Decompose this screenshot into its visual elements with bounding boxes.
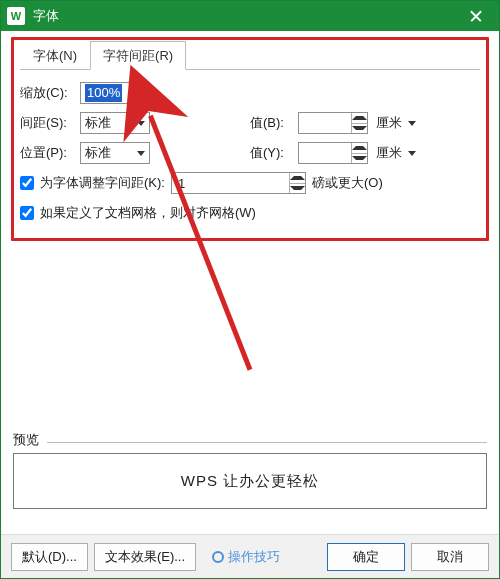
font-dialog: W 字体 字体(N) 字符间距(R) 缩放(C): 100% 间距(S): <box>0 0 500 579</box>
unit-y-value: 厘米 <box>372 144 404 162</box>
preview-group: 预览 WPS 让办公更轻松 <box>13 431 487 509</box>
spacing-value: 标准 <box>81 114 133 132</box>
label-snap: 如果定义了文档网格，则对齐网格(W) <box>40 204 256 222</box>
chevron-down-icon <box>408 151 416 156</box>
preview-divider <box>47 442 487 443</box>
value-y-spinner[interactable] <box>351 143 367 163</box>
chevron-up-icon <box>352 116 367 120</box>
titlebar: W 字体 <box>1 1 499 31</box>
kerning-up[interactable] <box>290 173 305 183</box>
spacing-dropdown-button[interactable] <box>133 113 149 133</box>
chevron-down-icon <box>137 151 145 156</box>
ok-button[interactable]: 确定 <box>327 543 405 571</box>
tab-spacing[interactable]: 字符间距(R) <box>90 41 186 70</box>
tabstrip: 字体(N) 字符间距(R) <box>20 42 480 70</box>
app-icon: W <box>7 7 25 25</box>
unit-y-combo[interactable]: 厘米 <box>372 142 420 164</box>
label-spacing: 间距(S): <box>20 114 80 132</box>
button-bar: 默认(D)... 文本效果(E)... 操作技巧 确定 取消 <box>1 534 499 578</box>
scale-dropdown-button[interactable] <box>133 83 149 103</box>
label-value-y: 值(Y): <box>250 144 298 162</box>
tab-font[interactable]: 字体(N) <box>20 41 90 70</box>
window-title: 字体 <box>33 7 59 25</box>
label-kerning-unit: 磅或更大(O) <box>312 174 383 192</box>
label-scale: 缩放(C): <box>20 84 80 102</box>
kerning-value: 1 <box>172 176 289 191</box>
value-y-up[interactable] <box>352 143 367 153</box>
chevron-down-icon <box>137 91 145 96</box>
chevron-down-icon <box>352 156 367 160</box>
close-icon <box>470 10 482 22</box>
text-effects-button[interactable]: 文本效果(E)... <box>94 543 196 571</box>
snap-checkbox[interactable] <box>20 206 34 220</box>
close-button[interactable] <box>453 1 499 31</box>
kerning-field[interactable]: 1 <box>171 172 306 194</box>
value-y-down[interactable] <box>352 153 367 164</box>
chevron-up-icon <box>352 146 367 150</box>
row-snap: 如果定义了文档网格，则对齐网格(W) <box>20 198 480 228</box>
chevron-down-icon <box>290 186 305 190</box>
position-dropdown-button[interactable] <box>133 143 149 163</box>
tips-link[interactable]: 操作技巧 <box>202 543 290 571</box>
default-button[interactable]: 默认(D)... <box>11 543 88 571</box>
label-position: 位置(P): <box>20 144 80 162</box>
value-y-field[interactable] <box>298 142 368 164</box>
chevron-down-icon <box>408 121 416 126</box>
preview-box: WPS 让办公更轻松 <box>13 453 487 509</box>
chevron-down-icon <box>352 126 367 130</box>
kerning-down[interactable] <box>290 183 305 194</box>
cancel-button[interactable]: 取消 <box>411 543 489 571</box>
scale-value: 100% <box>81 84 133 102</box>
preview-text: WPS 让办公更轻松 <box>181 472 319 491</box>
value-b-down[interactable] <box>352 123 367 134</box>
value-b-field[interactable] <box>298 112 368 134</box>
value-b-spinner[interactable] <box>351 113 367 133</box>
row-spacing: 间距(S): 标准 值(B): 厘米 <box>20 108 480 138</box>
label-kerning: 为字体调整字间距(K): <box>40 174 165 192</box>
position-combo[interactable]: 标准 <box>80 142 150 164</box>
position-value: 标准 <box>81 144 133 162</box>
unit-b-value: 厘米 <box>372 114 404 132</box>
chevron-up-icon <box>290 176 305 180</box>
chevron-down-icon <box>137 121 145 126</box>
row-kerning: 为字体调整字间距(K): 1 磅或更大(O) <box>20 168 480 198</box>
value-b-up[interactable] <box>352 113 367 123</box>
spacing-combo[interactable]: 标准 <box>80 112 150 134</box>
scale-combo[interactable]: 100% <box>80 82 150 104</box>
label-value-b: 值(B): <box>250 114 298 132</box>
row-scale: 缩放(C): 100% <box>20 78 480 108</box>
unit-b-combo[interactable]: 厘米 <box>372 112 420 134</box>
tips-icon <box>212 551 224 563</box>
kerning-checkbox[interactable] <box>20 176 34 190</box>
row-position: 位置(P): 标准 值(Y): 厘米 <box>20 138 480 168</box>
tips-label: 操作技巧 <box>228 548 280 566</box>
client-area: 字体(N) 字符间距(R) 缩放(C): 100% 间距(S): 标准 值 <box>1 31 499 578</box>
kerning-spinner[interactable] <box>289 173 305 193</box>
highlight-box: 字体(N) 字符间距(R) 缩放(C): 100% 间距(S): 标准 值 <box>11 37 489 241</box>
preview-label: 预览 <box>13 431 487 451</box>
